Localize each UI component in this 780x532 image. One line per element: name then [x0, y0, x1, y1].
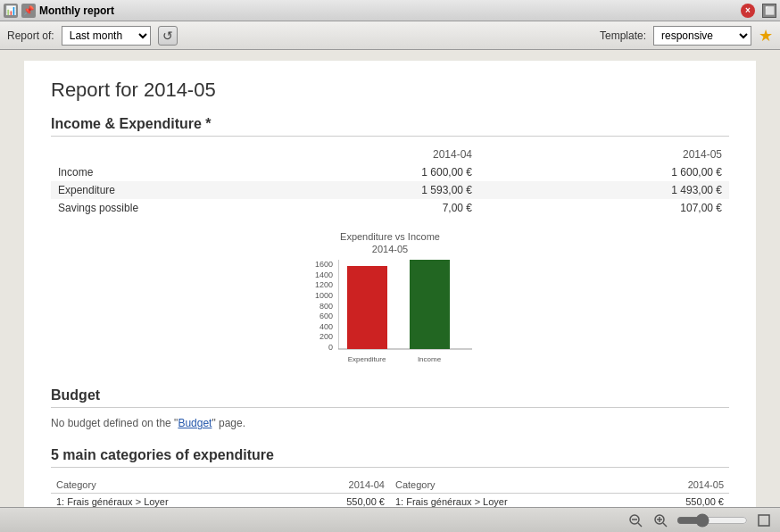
svg-line-8	[663, 523, 667, 527]
row-v2: 1 493,00 €	[479, 181, 729, 199]
row-label: Expenditure	[51, 181, 229, 199]
maximize-button[interactable]: ⬜	[762, 4, 776, 18]
row-v1: 1 600,00 €	[229, 163, 479, 181]
svg-rect-11	[759, 515, 769, 526]
report-page: Report for 2014-05 Income & Expenditure …	[24, 61, 756, 532]
income-section-title: Income & Expenditure *	[51, 116, 729, 137]
bottom-bar	[0, 507, 780, 532]
categories-section-title: 5 main categories of expenditure	[51, 447, 729, 468]
col2-header: 2014-05	[479, 145, 729, 163]
expenditure-bar	[347, 266, 387, 349]
income-bar	[410, 260, 450, 349]
report-scroll[interactable]: Report for 2014-05 Income & Expenditure …	[0, 50, 780, 532]
chart-container: Expenditure vs Income 2014-05 1600140012…	[51, 231, 729, 370]
income-section: Income & Expenditure * 2014-04 2014-05 I…	[51, 116, 729, 217]
table-row: Expenditure 1 593,00 € 1 493,00 €	[51, 181, 729, 199]
bar-chart: Expenditure Income	[338, 260, 472, 367]
chart-subtitle: 2014-05	[51, 244, 729, 254]
income-table: 2014-04 2014-05 Income 1 600,00 € 1 600,…	[51, 145, 729, 217]
close-button[interactable]: ×	[741, 4, 755, 18]
svg-text:Income: Income	[418, 355, 442, 363]
table-row: Savings possible 7,00 € 107,00 €	[51, 199, 729, 217]
y-axis: 16001400120010008006004002000	[308, 260, 335, 352]
zoom-slider[interactable]	[676, 513, 748, 528]
cat-col2-header: 2014-04	[320, 477, 390, 494]
col1-header: 2014-04	[229, 145, 479, 163]
row-v2: 1 600,00 €	[479, 163, 729, 181]
title-bar: 📊 📌 Monthly report × ⬜	[0, 0, 780, 21]
row-label: Income	[51, 163, 229, 181]
app-icon: 📊	[4, 4, 18, 18]
toolbar: Report of: Last month This month Last ye…	[0, 21, 780, 50]
template-select[interactable]: responsive default	[653, 26, 751, 46]
report-of-label: Report of:	[7, 29, 54, 42]
report-title: Report for 2014-05	[51, 79, 729, 102]
cat-col3-header: Category	[390, 477, 660, 494]
budget-section-title: Budget	[51, 387, 729, 408]
chart-title: Expenditure vs Income	[51, 231, 729, 242]
refresh-button[interactable]: ↺	[158, 26, 178, 46]
main-area: Report for 2014-05 Income & Expenditure …	[0, 50, 780, 532]
window-title: Monthly report	[39, 4, 737, 17]
fullscreen-button[interactable]	[755, 511, 773, 529]
star-button[interactable]: ★	[759, 26, 773, 46]
period-select[interactable]: Last month This month Last year	[62, 26, 151, 46]
zoom-in-button[interactable]	[651, 511, 669, 529]
row-label: Savings possible	[51, 199, 229, 217]
budget-link[interactable]: Budget	[178, 417, 212, 429]
pin-icon: 📌	[21, 4, 36, 18]
row-v1: 1 593,00 €	[229, 181, 479, 199]
cat-col1-header: Category	[51, 477, 320, 494]
budget-note: No budget defined on the "Budget" page.	[51, 417, 729, 429]
row-v2: 107,00 €	[479, 199, 729, 217]
svg-text:Expenditure: Expenditure	[348, 355, 386, 363]
template-label: Template:	[600, 29, 646, 42]
row-v1: 7,00 €	[229, 199, 479, 217]
toolbar-right: Template: responsive default ★	[600, 26, 773, 46]
svg-line-5	[638, 523, 642, 527]
cat-col4-header: 2014-05	[660, 477, 729, 494]
zoom-out-button[interactable]	[626, 511, 644, 529]
table-row: Income 1 600,00 € 1 600,00 €	[51, 163, 729, 181]
budget-section: Budget No budget defined on the "Budget"…	[51, 387, 729, 429]
